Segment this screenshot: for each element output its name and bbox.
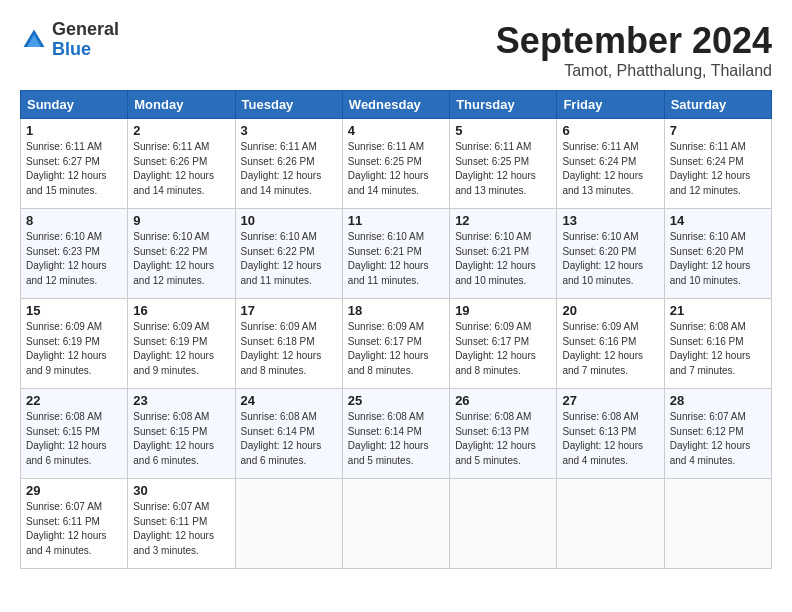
table-row: 19 Sunrise: 6:09 AMSunset: 6:17 PMDaylig… (450, 299, 557, 389)
empty-cell (342, 479, 449, 569)
table-row: 30 Sunrise: 6:07 AMSunset: 6:11 PMDaylig… (128, 479, 235, 569)
day-detail: Sunrise: 6:09 AMSunset: 6:19 PMDaylight:… (26, 321, 107, 376)
empty-cell (557, 479, 664, 569)
col-wednesday: Wednesday (342, 91, 449, 119)
day-number: 25 (348, 393, 444, 408)
table-row: 6 Sunrise: 6:11 AMSunset: 6:24 PMDayligh… (557, 119, 664, 209)
day-detail: Sunrise: 6:07 AMSunset: 6:11 PMDaylight:… (26, 501, 107, 556)
day-number: 11 (348, 213, 444, 228)
logo: General Blue (20, 20, 119, 60)
table-row: 8 Sunrise: 6:10 AMSunset: 6:23 PMDayligh… (21, 209, 128, 299)
day-detail: Sunrise: 6:09 AMSunset: 6:19 PMDaylight:… (133, 321, 214, 376)
location-title: Tamot, Phatthalung, Thailand (496, 62, 772, 80)
table-row: 12 Sunrise: 6:10 AMSunset: 6:21 PMDaylig… (450, 209, 557, 299)
day-number: 24 (241, 393, 337, 408)
day-number: 15 (26, 303, 122, 318)
day-detail: Sunrise: 6:11 AMSunset: 6:27 PMDaylight:… (26, 141, 107, 196)
table-row: 13 Sunrise: 6:10 AMSunset: 6:20 PMDaylig… (557, 209, 664, 299)
table-row: 23 Sunrise: 6:08 AMSunset: 6:15 PMDaylig… (128, 389, 235, 479)
table-row: 2 Sunrise: 6:11 AMSunset: 6:26 PMDayligh… (128, 119, 235, 209)
calendar-week: 8 Sunrise: 6:10 AMSunset: 6:23 PMDayligh… (21, 209, 772, 299)
col-monday: Monday (128, 91, 235, 119)
col-thursday: Thursday (450, 91, 557, 119)
day-detail: Sunrise: 6:10 AMSunset: 6:20 PMDaylight:… (562, 231, 643, 286)
day-detail: Sunrise: 6:09 AMSunset: 6:17 PMDaylight:… (455, 321, 536, 376)
col-saturday: Saturday (664, 91, 771, 119)
col-friday: Friday (557, 91, 664, 119)
table-row: 10 Sunrise: 6:10 AMSunset: 6:22 PMDaylig… (235, 209, 342, 299)
table-row: 27 Sunrise: 6:08 AMSunset: 6:13 PMDaylig… (557, 389, 664, 479)
day-number: 30 (133, 483, 229, 498)
page-header: General Blue September 2024 Tamot, Phatt… (20, 20, 772, 80)
day-number: 3 (241, 123, 337, 138)
table-row: 18 Sunrise: 6:09 AMSunset: 6:17 PMDaylig… (342, 299, 449, 389)
table-row: 1 Sunrise: 6:11 AMSunset: 6:27 PMDayligh… (21, 119, 128, 209)
table-row: 5 Sunrise: 6:11 AMSunset: 6:25 PMDayligh… (450, 119, 557, 209)
table-row: 21 Sunrise: 6:08 AMSunset: 6:16 PMDaylig… (664, 299, 771, 389)
day-detail: Sunrise: 6:08 AMSunset: 6:14 PMDaylight:… (241, 411, 322, 466)
day-detail: Sunrise: 6:10 AMSunset: 6:21 PMDaylight:… (455, 231, 536, 286)
logo-general: General (52, 19, 119, 39)
day-detail: Sunrise: 6:08 AMSunset: 6:16 PMDaylight:… (670, 321, 751, 376)
day-number: 17 (241, 303, 337, 318)
table-row: 28 Sunrise: 6:07 AMSunset: 6:12 PMDaylig… (664, 389, 771, 479)
day-detail: Sunrise: 6:10 AMSunset: 6:22 PMDaylight:… (133, 231, 214, 286)
table-row: 26 Sunrise: 6:08 AMSunset: 6:13 PMDaylig… (450, 389, 557, 479)
day-number: 27 (562, 393, 658, 408)
day-detail: Sunrise: 6:10 AMSunset: 6:22 PMDaylight:… (241, 231, 322, 286)
day-number: 29 (26, 483, 122, 498)
table-row: 29 Sunrise: 6:07 AMSunset: 6:11 PMDaylig… (21, 479, 128, 569)
day-detail: Sunrise: 6:11 AMSunset: 6:26 PMDaylight:… (133, 141, 214, 196)
day-number: 22 (26, 393, 122, 408)
day-detail: Sunrise: 6:08 AMSunset: 6:13 PMDaylight:… (455, 411, 536, 466)
calendar-week: 15 Sunrise: 6:09 AMSunset: 6:19 PMDaylig… (21, 299, 772, 389)
table-row: 7 Sunrise: 6:11 AMSunset: 6:24 PMDayligh… (664, 119, 771, 209)
table-row: 24 Sunrise: 6:08 AMSunset: 6:14 PMDaylig… (235, 389, 342, 479)
day-detail: Sunrise: 6:08 AMSunset: 6:15 PMDaylight:… (133, 411, 214, 466)
day-detail: Sunrise: 6:08 AMSunset: 6:13 PMDaylight:… (562, 411, 643, 466)
calendar-week: 29 Sunrise: 6:07 AMSunset: 6:11 PMDaylig… (21, 479, 772, 569)
table-row: 16 Sunrise: 6:09 AMSunset: 6:19 PMDaylig… (128, 299, 235, 389)
day-number: 6 (562, 123, 658, 138)
table-row: 15 Sunrise: 6:09 AMSunset: 6:19 PMDaylig… (21, 299, 128, 389)
day-number: 18 (348, 303, 444, 318)
month-title: September 2024 (496, 20, 772, 62)
logo-text: General Blue (52, 20, 119, 60)
day-detail: Sunrise: 6:09 AMSunset: 6:17 PMDaylight:… (348, 321, 429, 376)
day-detail: Sunrise: 6:11 AMSunset: 6:25 PMDaylight:… (348, 141, 429, 196)
day-number: 1 (26, 123, 122, 138)
calendar-table: Sunday Monday Tuesday Wednesday Thursday… (20, 90, 772, 569)
day-detail: Sunrise: 6:07 AMSunset: 6:11 PMDaylight:… (133, 501, 214, 556)
empty-cell (235, 479, 342, 569)
day-detail: Sunrise: 6:11 AMSunset: 6:25 PMDaylight:… (455, 141, 536, 196)
table-row: 17 Sunrise: 6:09 AMSunset: 6:18 PMDaylig… (235, 299, 342, 389)
day-detail: Sunrise: 6:08 AMSunset: 6:15 PMDaylight:… (26, 411, 107, 466)
day-number: 26 (455, 393, 551, 408)
empty-cell (450, 479, 557, 569)
day-detail: Sunrise: 6:09 AMSunset: 6:16 PMDaylight:… (562, 321, 643, 376)
header-row: Sunday Monday Tuesday Wednesday Thursday… (21, 91, 772, 119)
day-detail: Sunrise: 6:10 AMSunset: 6:23 PMDaylight:… (26, 231, 107, 286)
day-detail: Sunrise: 6:09 AMSunset: 6:18 PMDaylight:… (241, 321, 322, 376)
table-row: 9 Sunrise: 6:10 AMSunset: 6:22 PMDayligh… (128, 209, 235, 299)
day-detail: Sunrise: 6:11 AMSunset: 6:24 PMDaylight:… (562, 141, 643, 196)
col-tuesday: Tuesday (235, 91, 342, 119)
table-row: 3 Sunrise: 6:11 AMSunset: 6:26 PMDayligh… (235, 119, 342, 209)
day-number: 2 (133, 123, 229, 138)
day-number: 16 (133, 303, 229, 318)
day-number: 12 (455, 213, 551, 228)
table-row: 25 Sunrise: 6:08 AMSunset: 6:14 PMDaylig… (342, 389, 449, 479)
logo-icon (20, 26, 48, 54)
day-detail: Sunrise: 6:10 AMSunset: 6:21 PMDaylight:… (348, 231, 429, 286)
day-number: 13 (562, 213, 658, 228)
table-row: 4 Sunrise: 6:11 AMSunset: 6:25 PMDayligh… (342, 119, 449, 209)
table-row: 20 Sunrise: 6:09 AMSunset: 6:16 PMDaylig… (557, 299, 664, 389)
day-number: 28 (670, 393, 766, 408)
day-detail: Sunrise: 6:11 AMSunset: 6:26 PMDaylight:… (241, 141, 322, 196)
table-row: 22 Sunrise: 6:08 AMSunset: 6:15 PMDaylig… (21, 389, 128, 479)
day-detail: Sunrise: 6:07 AMSunset: 6:12 PMDaylight:… (670, 411, 751, 466)
day-detail: Sunrise: 6:11 AMSunset: 6:24 PMDaylight:… (670, 141, 751, 196)
table-row: 11 Sunrise: 6:10 AMSunset: 6:21 PMDaylig… (342, 209, 449, 299)
day-number: 10 (241, 213, 337, 228)
table-row: 14 Sunrise: 6:10 AMSunset: 6:20 PMDaylig… (664, 209, 771, 299)
